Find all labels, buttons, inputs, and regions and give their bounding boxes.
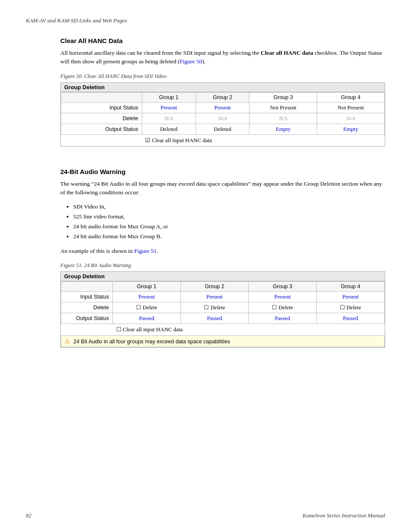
col-group3: Group 3	[249, 92, 317, 102]
col-group3-t2: Group 3	[249, 282, 317, 292]
delete-g2: N/A	[196, 113, 249, 124]
output-status-g3-t2: Passed	[249, 313, 317, 324]
clear-hanc-checkbox-t2[interactable]: ☐ Clear all input HANC data	[113, 324, 385, 336]
table-row: Output Status Deleted Deleted Empty Empt…	[61, 124, 385, 134]
figure51-link[interactable]: Figure 51	[134, 248, 156, 254]
output-status-g2-t2: Passed	[181, 313, 249, 324]
group-deletion-table-1: Group 1 Group 2 Group 3 Group 4 Input St…	[60, 92, 385, 146]
delete-g4-t2[interactable]: ☐ Delete	[317, 302, 385, 313]
section2-body1: The warning “24 Bit Audio in all four gr…	[60, 180, 385, 197]
section1-title: Clear All HANC Data	[60, 37, 385, 44]
delete-g1: N/A	[142, 113, 196, 124]
warning-text: 24 Bit Audio in all four groups may exce…	[73, 339, 230, 345]
delete-g3: N/A	[249, 113, 317, 124]
output-status-g4: Empty	[317, 124, 385, 134]
table-row: Input Status Present Present Not Present…	[61, 102, 385, 113]
col-group2-t2: Group 2	[181, 282, 249, 292]
output-status-g3: Empty	[249, 124, 317, 134]
section1-body: All horizontal ancillary data can be cle…	[60, 49, 385, 66]
group-deletion-table-2: Group 1 Group 2 Group 3 Group 4 Input St…	[60, 281, 385, 348]
output-status-g4-t2: Passed	[317, 313, 385, 324]
input-status-g2: Present	[196, 102, 249, 113]
input-status-g4-t2: Present	[317, 292, 385, 302]
input-status-g4: Not Present	[317, 102, 385, 113]
col-group2: Group 2	[196, 92, 249, 102]
delete-g4: N/A	[317, 113, 385, 124]
list-item: 525 line video format,	[73, 212, 385, 222]
delete-g2-t2[interactable]: ☐ Delete	[181, 302, 249, 313]
col-group1: Group 1	[142, 92, 196, 102]
warning-row: ⚠ 24 Bit Audio in all four groups may ex…	[61, 336, 385, 347]
section2-title: 24-Bit Audio Warning	[60, 168, 385, 175]
output-status-g2: Deleted	[196, 124, 249, 134]
figure50-link[interactable]: Figure 50	[180, 58, 202, 65]
list-item: SDI Video In,	[73, 202, 385, 212]
section2-body2: An example of this is shown in Figure 51…	[60, 247, 385, 255]
table-row: Output Status Passed Passed Passed Passe…	[61, 313, 385, 324]
bullet-list: SDI Video In, 525 line video format, 24 …	[73, 202, 385, 242]
footer: 82 Kameleon Series Instruction Manual	[26, 512, 385, 519]
delete-g1-t2[interactable]: ☐ Delete	[113, 302, 181, 313]
list-item: 24 bit audio format for Mux Group A, or	[73, 222, 385, 232]
table-row: Input Status Present Present Present Pre…	[61, 292, 385, 302]
input-status-g1: Present	[142, 102, 196, 113]
table-row: Delete ☐ Delete ☐ Delete ☐ Delete ☐ Dele…	[61, 302, 385, 313]
delete-g3-t2[interactable]: ☐ Delete	[249, 302, 317, 313]
checkbox-row: ☑ Clear all input HANC data	[61, 134, 385, 146]
input-status-g3: Not Present	[249, 102, 317, 113]
output-status-g1: Deleted	[142, 124, 196, 134]
col-group4-t2: Group 4	[317, 282, 385, 292]
input-status-g1-t2: Present	[113, 292, 181, 302]
col-group4: Group 4	[317, 92, 385, 102]
col-group1-t2: Group 1	[113, 282, 181, 292]
figure51-caption: Figure 51. 24 Bit Audio Warning	[60, 262, 385, 269]
input-status-g3-t2: Present	[249, 292, 317, 302]
group-deletion-title-1: Group Deletion	[60, 82, 385, 92]
group-deletion-title-2: Group Deletion	[60, 271, 385, 281]
list-item: 24 bit audio format for Mux Group B.	[73, 232, 385, 242]
input-status-g2-t2: Present	[181, 292, 249, 302]
page-header: KAM-AV and KAM-SD Links and Web Pages	[26, 17, 385, 24]
output-status-g1-t2: Passed	[113, 313, 181, 324]
table-row: Delete N/A N/A N/A N/A	[61, 113, 385, 124]
clear-hanc-checkbox[interactable]: ☑ Clear all input HANC data	[142, 134, 384, 146]
page-number: 82	[26, 512, 31, 519]
warning-icon: ⚠	[65, 338, 70, 345]
figure50-caption: Figure 50. Clear All HANC Data from SDI …	[60, 73, 385, 80]
manual-title: Kameleon Series Instruction Manual	[302, 512, 385, 519]
checkbox-row-t2: ☐ Clear all input HANC data	[61, 324, 385, 336]
